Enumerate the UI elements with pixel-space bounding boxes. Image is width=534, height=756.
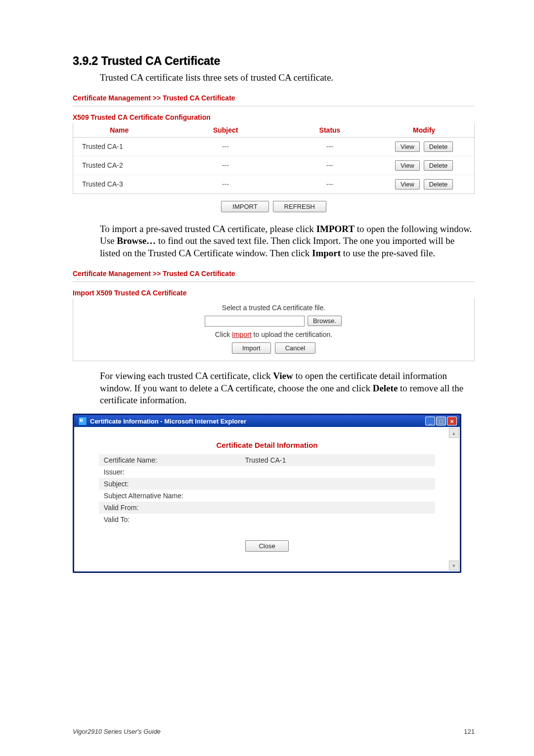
cell-subject: --- [166,137,286,156]
popup-close-row: Close [80,525,454,552]
table-title: Import X509 Trusted CA Certificate [73,289,475,299]
col-name: Name [73,123,166,138]
table-row: Subject Alternative Name: [99,490,435,502]
intro-paragraph: Trusted CA certificate lists three sets … [100,72,475,84]
import-submit-button[interactable]: Import [232,342,271,354]
col-modify: Modify [374,123,474,138]
cell-subject: --- [166,175,286,193]
detail-key: Valid To: [99,514,240,525]
scroll-down-icon[interactable]: ▾ [449,561,459,570]
detail-value: Trusted CA-1 [240,454,436,466]
popup-titlebar: Certificate Information - Microsoft Inte… [74,415,460,427]
import-line1: Select a trusted CA certificate file. [73,302,474,314]
breadcrumb: Certificate Management >> Trusted CA Cer… [73,91,475,106]
table-row: Subject: [99,478,435,490]
popup-close-button[interactable]: Close [245,540,288,552]
detail-value [240,478,436,490]
divider [73,282,475,282]
table-row: Valid To: [99,514,435,525]
page-footer: Vigor2910 Series User's Guide 121 [73,728,475,735]
figure-import-panel: Certificate Management >> Trusted CA Cer… [73,267,475,361]
cell-modify: View Delete [374,137,474,156]
cell-status: --- [286,137,374,156]
cell-status: --- [286,175,374,193]
detail-key: Subject Alternative Name: [99,490,240,502]
cancel-button[interactable]: Cancel [275,342,315,354]
popup-title: Certificate Information - Microsoft Inte… [90,418,246,425]
footer-guide: Vigor2910 Series User's Guide [73,728,161,735]
detail-table: Certificate Name: Trusted CA-1 Issuer: S… [99,454,435,525]
table-row: Trusted CA-1 --- --- View Delete [73,137,474,156]
view-paragraph: For viewing each trusted CA certificate,… [100,370,475,407]
breadcrumb: Certificate Management >> Trusted CA Cer… [73,267,475,282]
table-header-row: Name Subject Status Modify [73,123,474,138]
refresh-button[interactable]: REFRESH [273,201,326,212]
delete-button[interactable]: Delete [424,142,453,152]
cell-name: Trusted CA-2 [73,156,166,175]
delete-button[interactable]: Delete [424,160,453,171]
minimize-icon[interactable]: _ [425,417,435,425]
popup-body: ▴ Certificate Detail Information Certifi… [74,427,460,571]
cell-modify: View Delete [374,175,474,193]
scroll-up-icon[interactable]: ▴ [449,428,459,438]
ca-table-frame: Name Subject Status Modify Trusted CA-1 … [73,123,475,194]
detail-key: Certificate Name: [99,454,240,466]
detail-key: Valid From: [99,502,240,514]
table-button-row: IMPORT REFRESH [73,194,475,214]
table-row: Issuer: [99,466,435,478]
table-row: Trusted CA-3 --- --- View Delete [73,175,474,193]
detail-heading: Certificate Detail Information [80,431,454,454]
cell-name: Trusted CA-3 [73,175,166,193]
maximize-icon[interactable]: □ [436,417,446,425]
view-button[interactable]: View [395,142,420,152]
import-line2: Click Import to upload the certification… [73,329,474,340]
view-button[interactable]: View [395,160,420,171]
import-frame: Select a trusted CA certificate file. Br… [73,299,475,361]
table-row: Valid From: [99,502,435,514]
detail-value [240,466,436,478]
detail-key: Issuer: [99,466,240,478]
import-link[interactable]: Import [232,331,252,338]
figure-ca-table: Certificate Management >> Trusted CA Cer… [73,91,475,214]
detail-value [240,514,436,525]
cell-modify: View Delete [374,156,474,175]
table-row: Certificate Name: Trusted CA-1 [99,454,435,466]
browse-button[interactable]: Browse. [308,316,342,326]
file-input[interactable] [205,316,305,327]
cell-subject: --- [166,156,286,175]
import-file-row: Browse. [73,314,474,329]
detail-key: Subject: [99,478,240,490]
col-status: Status [286,123,374,138]
close-icon[interactable]: × [447,417,457,425]
import-paragraph: To import a pre-saved trusted CA certifi… [100,223,475,260]
divider [73,106,475,106]
import-button[interactable]: IMPORT [221,201,268,212]
import-buttons: Import Cancel [73,340,474,356]
window-buttons: _ □ × [425,417,457,425]
ca-table: Name Subject Status Modify Trusted CA-1 … [73,123,474,193]
detail-value [240,502,436,514]
view-button[interactable]: View [395,179,420,189]
col-subject: Subject [166,123,286,138]
section-heading: 3.9.2 Trusted CA Certificate [73,54,475,68]
delete-button[interactable]: Delete [424,179,453,189]
table-title: X509 Trusted CA Certificate Configuratio… [73,113,475,123]
certificate-info-popup: Certificate Information - Microsoft Inte… [73,414,461,573]
cell-name: Trusted CA-1 [73,137,166,156]
table-row: Trusted CA-2 --- --- View Delete [73,156,474,175]
ie-icon [78,417,87,425]
footer-page-number: 121 [464,728,475,735]
detail-value [240,490,436,502]
cell-status: --- [286,156,374,175]
